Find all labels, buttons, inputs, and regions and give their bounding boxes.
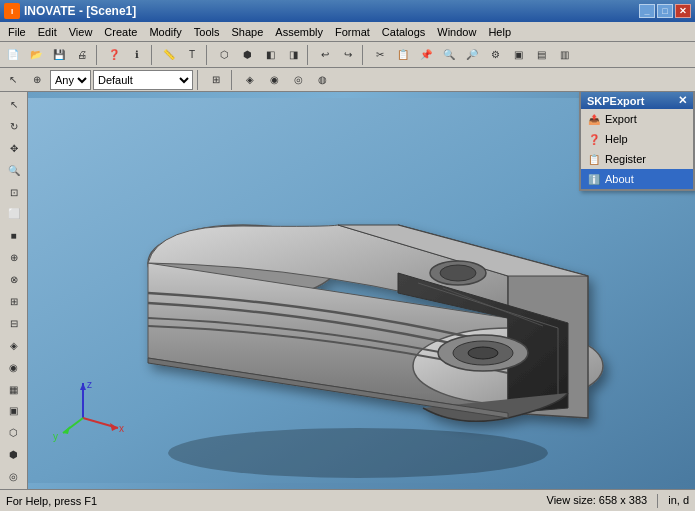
menu-modify[interactable]: Modify: [143, 24, 187, 40]
tb-redo[interactable]: ↪: [337, 44, 359, 66]
tb-open[interactable]: 📂: [25, 44, 47, 66]
minimize-button[interactable]: _: [639, 4, 655, 18]
menu-window[interactable]: Window: [431, 24, 482, 40]
tb-copy[interactable]: 📋: [392, 44, 414, 66]
skp-help-item[interactable]: ❓ Help: [581, 129, 693, 149]
lt-rotate[interactable]: ↻: [3, 116, 25, 137]
tb-sep1: [96, 45, 100, 65]
lt-zoom[interactable]: 🔍: [3, 160, 25, 181]
skp-register-label: Register: [605, 153, 646, 165]
lt-b5[interactable]: ◈: [3, 335, 25, 356]
menu-help[interactable]: Help: [482, 24, 517, 40]
main-area: ↖ ↻ ✥ 🔍 ⊡ ⬜ ■ ⊕ ⊗ ⊞ ⊟ ◈ ◉ ▦ ▣ ⬡ ⬢ ◎: [0, 92, 695, 489]
svg-text:z: z: [87, 379, 92, 390]
menu-create[interactable]: Create: [98, 24, 143, 40]
export-icon: 📤: [587, 112, 601, 126]
tb-sep5: [362, 45, 366, 65]
tb-save[interactable]: 💾: [48, 44, 70, 66]
menu-file[interactable]: File: [2, 24, 32, 40]
lt-b3[interactable]: ⊞: [3, 291, 25, 312]
tb-text[interactable]: T: [181, 44, 203, 66]
tb-b3[interactable]: ◧: [259, 44, 281, 66]
tb-undo[interactable]: ↩: [314, 44, 336, 66]
tb2-b2[interactable]: ◉: [263, 69, 285, 91]
svg-point-6: [468, 347, 498, 359]
skp-register-item[interactable]: 📋 Register: [581, 149, 693, 169]
tb-info[interactable]: ℹ: [126, 44, 148, 66]
skp-panel-close[interactable]: ✕: [678, 94, 687, 107]
lt-shade[interactable]: ■: [3, 225, 25, 246]
tb2-sep1: [197, 70, 201, 90]
tb-b5[interactable]: 🔍: [438, 44, 460, 66]
tb2-arrow[interactable]: ↖: [2, 69, 24, 91]
tb2-select[interactable]: ⊕: [26, 69, 48, 91]
tb-sep4: [307, 45, 311, 65]
units-text: in, d: [668, 494, 689, 508]
tb-print[interactable]: 🖨: [71, 44, 93, 66]
lt-wire[interactable]: ⬜: [3, 203, 25, 224]
tb2-sep2: [231, 70, 235, 90]
tb2-b4[interactable]: ◍: [311, 69, 333, 91]
tb2-b1[interactable]: ◈: [239, 69, 261, 91]
lt-b10[interactable]: ⬢: [3, 444, 25, 465]
skp-about-item[interactable]: ℹ️ About: [581, 169, 693, 189]
tb-b6[interactable]: 🔎: [461, 44, 483, 66]
tb2-grid[interactable]: ⊞: [205, 69, 227, 91]
skp-help-label: Help: [605, 133, 628, 145]
skp-export-item[interactable]: 📤 Export: [581, 109, 693, 129]
lt-b9[interactable]: ⬡: [3, 422, 25, 443]
viewport[interactable]: z x y SKPExport ✕ 📤 Export ❓: [28, 92, 695, 489]
lt-b2[interactable]: ⊗: [3, 269, 25, 290]
tb-b7[interactable]: ⚙: [484, 44, 506, 66]
menu-edit[interactable]: Edit: [32, 24, 63, 40]
lt-b7[interactable]: ▦: [3, 379, 25, 400]
menu-shape[interactable]: Shape: [225, 24, 269, 40]
menu-assembly[interactable]: Assembly: [269, 24, 329, 40]
tb-sep2: [151, 45, 155, 65]
any-dropdown[interactable]: Any: [50, 70, 91, 90]
tb-b2[interactable]: ⬢: [236, 44, 258, 66]
lt-b11[interactable]: ◎: [3, 466, 25, 487]
status-sep: [657, 494, 658, 508]
status-right: View size: 658 x 383 in, d: [547, 494, 690, 508]
skp-export-label: Export: [605, 113, 637, 125]
default-dropdown[interactable]: Default: [93, 70, 193, 90]
menu-tools[interactable]: Tools: [188, 24, 226, 40]
svg-text:y: y: [53, 431, 58, 442]
tb-cut[interactable]: ✂: [369, 44, 391, 66]
tb-sep3: [206, 45, 210, 65]
tb-new[interactable]: 📄: [2, 44, 24, 66]
lt-b8[interactable]: ▣: [3, 400, 25, 421]
lt-select[interactable]: ↖: [3, 94, 25, 115]
tb-measure[interactable]: 📏: [158, 44, 180, 66]
svg-point-8: [440, 265, 476, 281]
about-icon: ℹ️: [587, 172, 601, 186]
tb2-b3[interactable]: ◎: [287, 69, 309, 91]
maximize-button[interactable]: □: [657, 4, 673, 18]
lt-b4[interactable]: ⊟: [3, 313, 25, 334]
lt-b1[interactable]: ⊕: [3, 247, 25, 268]
status-bar: For Help, press F1 View size: 658 x 383 …: [0, 489, 695, 511]
skp-about-label: About: [605, 173, 634, 185]
lt-fit[interactable]: ⊡: [3, 182, 25, 203]
register-icon: 📋: [587, 152, 601, 166]
help-icon: ❓: [587, 132, 601, 146]
tb-b1[interactable]: ⬡: [213, 44, 235, 66]
close-button[interactable]: ✕: [675, 4, 691, 18]
skp-panel-header[interactable]: SKPExport ✕: [581, 92, 693, 109]
view-size-text: View size: 658 x 383: [547, 494, 648, 508]
left-toolbar: ↖ ↻ ✥ 🔍 ⊡ ⬜ ■ ⊕ ⊗ ⊞ ⊟ ◈ ◉ ▦ ▣ ⬡ ⬢ ◎: [0, 92, 28, 489]
skp-panel-title: SKPExport: [587, 95, 644, 107]
tb-b8[interactable]: ▣: [507, 44, 529, 66]
menu-catalogs[interactable]: Catalogs: [376, 24, 431, 40]
menu-format[interactable]: Format: [329, 24, 376, 40]
lt-pan[interactable]: ✥: [3, 138, 25, 159]
tb-b9[interactable]: ▤: [530, 44, 552, 66]
menu-view[interactable]: View: [63, 24, 99, 40]
svg-point-1: [168, 428, 548, 478]
tb-paste[interactable]: 📌: [415, 44, 437, 66]
tb-b10[interactable]: ▥: [553, 44, 575, 66]
lt-b6[interactable]: ◉: [3, 357, 25, 378]
tb-b4[interactable]: ◨: [282, 44, 304, 66]
tb-help[interactable]: ❓: [103, 44, 125, 66]
